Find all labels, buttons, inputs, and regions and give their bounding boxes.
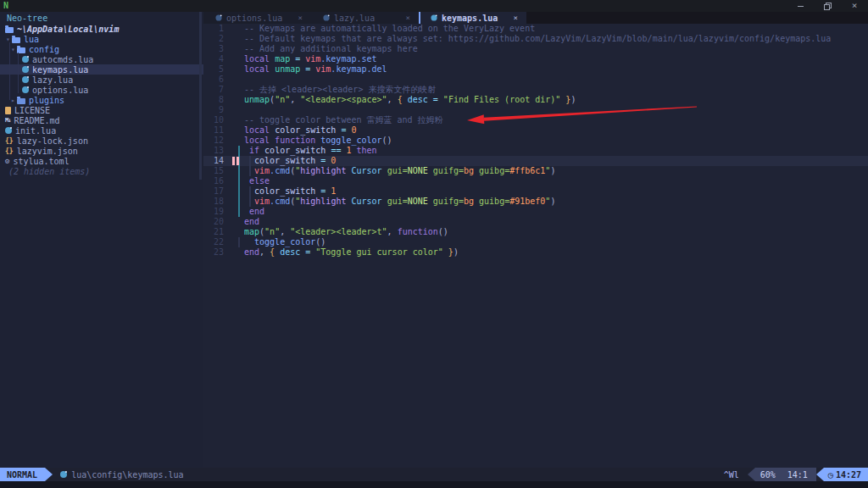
statusbar-file: lua\config\keymaps.lua [60, 470, 183, 480]
code-token: = [300, 247, 315, 257]
code-token: "<leader><leader>t" [290, 227, 387, 236]
sidebar-scrollbar[interactable] [199, 12, 202, 180]
statusbar-right: ^Wl 60% 14:1 ◷ 14:27 [724, 468, 868, 481]
code-token: ) [570, 95, 576, 104]
line-number: 7 [203, 85, 224, 95]
sidebar-item-readme-md[interactable]: M↓README.md [0, 115, 203, 125]
cursor-position: 14:1 [787, 470, 808, 480]
sidebar-item-init-lua[interactable]: init.lua [0, 125, 203, 136]
code-token: gui= [387, 166, 408, 175]
sidebar-item-license[interactable]: LICENSE [0, 105, 203, 115]
line-number: 23 [203, 247, 224, 258]
code-line-10[interactable]: 10-- toggle color between 雷姆蓝 and 拉姆粉 [203, 115, 868, 125]
code-line-12[interactable]: 12local function toggle_color() [203, 136, 868, 146]
lua-file-icon [22, 56, 29, 63]
tab-keymaps.lua[interactable]: keymaps.lua× [419, 12, 526, 24]
line-number: 10 [203, 115, 224, 125]
tree-guide [18, 53, 19, 93]
sidebar-item-lazy-lock-json[interactable]: {}lazy-lock.json [0, 136, 203, 146]
restore-button[interactable] [814, 0, 841, 12]
editor-cursor [232, 157, 235, 165]
sidebar-item--2-hidden-items-[interactable]: (2 hidden items) [0, 166, 203, 176]
code-token: 0 [331, 156, 336, 165]
clock-icon: ◷ [828, 470, 833, 480]
json-braces-icon: {} [5, 147, 14, 155]
code-editor[interactable]: 1-- Keymaps are automatically loaded on … [203, 24, 868, 468]
code-token: = [428, 95, 443, 104]
code-line-2[interactable]: 2-- Default keymaps that are always set:… [203, 34, 868, 44]
code-line-21[interactable]: 21map("n", "<leader><leader>t", function… [203, 227, 868, 237]
sidebar-item-lua[interactable]: ▾lua [0, 34, 203, 44]
code-line-15[interactable]: 15 vim.cmd("highlight Cursor gui=NONE gu… [203, 166, 868, 176]
line-number: 18 [203, 197, 224, 207]
minimize-button[interactable] [787, 0, 814, 12]
code-line-8[interactable]: 8unmap("n", "<leader><space>", { desc = … [203, 95, 868, 105]
code-line-5[interactable]: 5local unmap = vim.keymap.del [203, 64, 868, 75]
code-line-1[interactable]: 1-- Keymaps are automatically loaded on … [203, 24, 868, 34]
tab-lazy.lua[interactable]: lazy.lua× [311, 12, 419, 24]
code-line-3[interactable]: 3-- Add any additional keymaps here [203, 44, 868, 54]
tab-close-icon[interactable]: × [514, 14, 518, 22]
close-button[interactable]: × [841, 0, 868, 12]
sidebar-item--appdata-local-nvim[interactable]: ~\AppData\Local\nvim [0, 24, 203, 34]
code-line-11[interactable]: 11local color_switch = 0 [203, 125, 868, 136]
lua-file-icon [215, 14, 221, 20]
mode-indicator: NORMAL [0, 468, 45, 481]
sidebar-item-config[interactable]: ▾config [0, 44, 203, 54]
sidebar-item-plugins[interactable]: ▸plugins [0, 95, 203, 105]
command-line[interactable] [0, 481, 868, 488]
code-line-22[interactable]: 22 toggle_color() [203, 237, 868, 247]
sidebar-item-autocmds-lua[interactable]: autocmds.lua [0, 54, 203, 64]
code-line-23[interactable]: 23end, { desc = "Toggle gui cursor color… [203, 247, 868, 258]
code-line-9[interactable]: 9 [203, 105, 868, 115]
code-line-20[interactable]: 20end [203, 217, 868, 227]
code-token: , [290, 95, 300, 104]
code-token: -- Keymaps are automatically loaded on t… [244, 24, 535, 33]
chevron-right-icon[interactable]: ▸ [11, 97, 17, 104]
tab-options.lua[interactable]: options.lua× [203, 12, 311, 24]
code-token: highlight [300, 197, 351, 206]
code-line-18[interactable]: 18 vim.cmd("highlight Cursor gui=NONE gu… [203, 197, 868, 207]
sidebar-item-keymaps-lua[interactable]: keymaps.lua [0, 64, 203, 75]
code-token: toggle_color [244, 237, 315, 247]
code-token: color_switch [275, 125, 336, 135]
lua-file-icon [22, 86, 29, 93]
code-line-16[interactable]: 16 else [203, 176, 868, 186]
sidebar-item-options-lua[interactable]: options.lua [0, 85, 203, 95]
code-token: = [290, 54, 305, 64]
code-token: NONE [408, 166, 428, 175]
code-token: vim [244, 166, 270, 175]
code-token: "Toggle gui cursor color" [315, 247, 443, 257]
sidebar-item-lazyvim-json[interactable]: {}lazyvim.json [0, 146, 203, 156]
code-token: unmap [275, 64, 300, 74]
item-label: lazy.lua [32, 75, 73, 85]
code-token: ) [550, 166, 555, 175]
tab-close-icon[interactable]: × [406, 14, 410, 22]
code-line-19[interactable]: 19 end [203, 207, 868, 217]
item-label: lazy-lock.json [17, 136, 88, 146]
code-line-6[interactable]: 6 [203, 75, 868, 85]
sidebar-item-stylua-toml[interactable]: ⚙stylua.toml [0, 156, 203, 166]
code-token: color_switch [244, 186, 320, 196]
neovim-logo-icon: N [0, 0, 8, 12]
tab-label: lazy.lua [334, 14, 375, 23]
item-label: keymaps.lua [32, 65, 88, 75]
sidebar-item-lazy-lua[interactable]: lazy.lua [0, 75, 203, 85]
code-token: 0 [351, 125, 356, 135]
chevron-down-icon[interactable]: ▾ [11, 46, 17, 53]
code-line-7[interactable]: 7-- 去掉 <leader><leader> 来搜索文件的映射 [203, 85, 868, 95]
tab-close-icon[interactable]: × [298, 14, 303, 22]
code-line-13[interactable]: 13 if color_switch == 1 then [203, 146, 868, 156]
code-token: #ffb6c1 [509, 166, 545, 175]
code-token: #91bef0 [509, 197, 545, 206]
code-line-14[interactable]: 14 color_switch = 0 [203, 156, 868, 166]
code-line-4[interactable]: 4local map = vim.keymap.set [203, 54, 868, 64]
code-line-17[interactable]: 17 color_switch = 1 [203, 186, 868, 197]
line-number: 8 [203, 95, 224, 105]
indent-guide [249, 156, 251, 176]
code-token: .keymap.del [331, 64, 387, 74]
code-token: else [244, 176, 270, 186]
folder-open-icon [5, 27, 14, 33]
file-tree: ~\AppData\Local\nvim▾lua▾configautocmds.… [0, 24, 203, 176]
line-number: 5 [203, 64, 224, 75]
